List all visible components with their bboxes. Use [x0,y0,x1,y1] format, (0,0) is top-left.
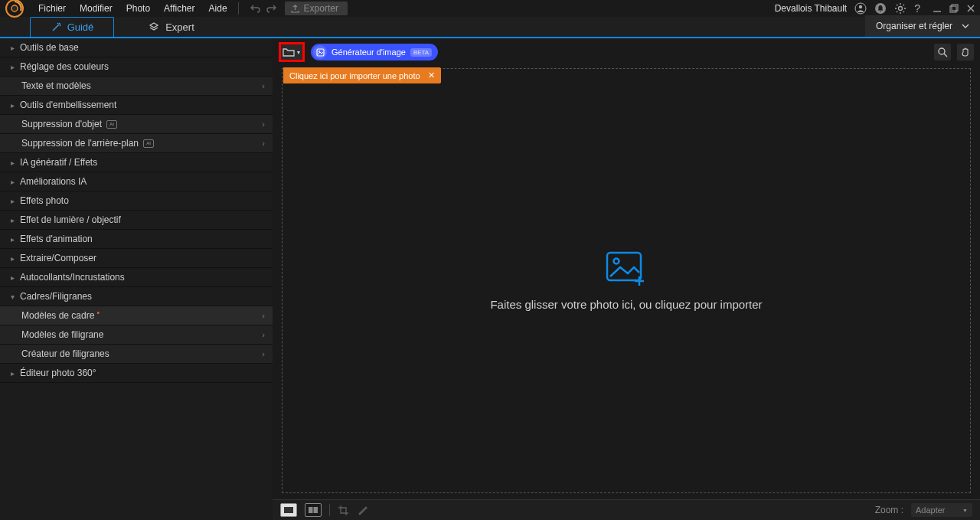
sidebar-label: Éditeur photo 360° [20,368,96,378]
chevron-right-icon: › [262,139,265,148]
organize-label: Organiser et régler [876,21,952,31]
sidebar-group-photo-effects[interactable]: ▸Effets photo [0,191,273,211]
ai-badge-icon: AI [143,139,154,148]
canvas-area: ▼ Générateur d'image BETA [273,38,980,520]
sidebar-sub-frame-templates[interactable]: Modèles de cadre•› [0,306,273,325]
mode-guided-tab[interactable]: Guidé [30,17,114,37]
menu-view[interactable]: Afficher [164,3,194,14]
chevron-right-icon: › [262,349,265,358]
chevron-down-icon [962,22,969,30]
open-folder-button[interactable]: ▼ [279,42,305,62]
separator [238,2,239,15]
crop-icon[interactable] [338,505,349,516]
chevron-right-icon: › [262,81,265,90]
sidebar-group-frames-watermarks[interactable]: ▾Cadres/Filigranes [0,287,273,306]
user-avatar-icon[interactable] [854,2,867,15]
svg-rect-13 [284,507,293,513]
chevron-right-icon: › [262,311,265,320]
sidebar-group-beautify[interactable]: ▸Outils d'embellissement [0,96,273,115]
triangle-right-icon: ▸ [11,235,17,244]
sidebar-group-extract-compose[interactable]: ▸Extraire/Composer [0,249,273,268]
import-image-icon [605,250,648,287]
pan-tool-button[interactable] [957,44,974,61]
sidebar-sub-bg-removal[interactable]: Suppression de l'arrière-planAI› [0,134,273,153]
image-generator-button[interactable]: Générateur d'image BETA [311,44,438,61]
export-button[interactable]: Exporter [285,2,348,15]
sidebar-label: Suppression de l'arrière-plan [21,138,139,149]
sidebar-label: Autocollants/Incrustations [20,272,125,283]
sidebar-label: Texte et modèles [21,80,91,91]
canvas-toolbar-right [934,44,974,61]
sidebar-label: Outils de base [20,42,79,53]
sidebar-sub-object-removal[interactable]: Suppression d'objetAI› [0,115,273,134]
sidebar-label: Effets d'animation [20,234,93,244]
triangle-right-icon: ▸ [11,101,17,110]
bottombar: Zoom : Adapter ▼ [273,499,980,520]
maximize-icon[interactable] [949,4,959,13]
separator [329,504,330,516]
new-indicator-icon: • [96,309,100,317]
sidebar-group-stickers[interactable]: ▸Autocollants/Incrustations [0,268,273,287]
zoom-tool-button[interactable] [934,44,951,61]
redo-icon[interactable] [266,3,277,14]
close-icon[interactable]: ✕ [428,70,435,80]
sidebar-label: Améliorations IA [20,176,87,187]
sidebar-group-ai-enhance[interactable]: ▸Améliorations IA [0,172,273,191]
sidebar-group-animation[interactable]: ▸Effets d'animation [0,230,273,249]
layout-single-button[interactable] [280,503,297,517]
svg-point-1 [11,5,18,11]
layout-split-button[interactable] [305,503,322,517]
sidebar-label: Outils d'embellissement [20,100,116,110]
export-icon [291,5,299,13]
window-controls [933,4,975,13]
sidebar-group-generative-ai[interactable]: ▸IA génératif / Effets [0,153,273,172]
menu-help[interactable]: Aide [209,3,227,14]
organize-button[interactable]: Organiser et régler [865,15,980,37]
menu-edit[interactable]: Modifier [80,3,113,14]
beta-badge: BETA [410,48,432,57]
svg-rect-7 [952,5,958,11]
help-icon[interactable]: ? [914,2,920,15]
minimize-icon[interactable] [933,4,942,13]
magnifier-icon [937,47,948,57]
notification-icon[interactable] [874,2,887,15]
drop-zone[interactable]: Faites glisser votre photo ici, ou cliqu… [282,68,971,493]
close-icon[interactable] [966,4,975,13]
sidebar-group-color-adjust[interactable]: ▸Réglage des couleurs [0,57,273,77]
triangle-right-icon: ▸ [11,63,17,71]
undo-icon[interactable] [250,3,260,14]
sidebar-label: Extraire/Composer [20,253,96,263]
brush-icon[interactable] [357,505,368,516]
zoom-select[interactable]: Adapter ▼ [911,503,972,517]
sidebar-label: Cadres/Filigranes [20,291,92,302]
sidebar-label: IA génératif / Effets [20,157,97,168]
sidebar-group-360-editor[interactable]: ▸Éditeur photo 360° [0,364,273,383]
sidebar-label: Réglage des couleurs [20,61,109,72]
user-name[interactable]: Devallois Thibault [775,3,848,14]
folder-icon [283,47,295,57]
sidebar-group-light-lens[interactable]: ▸Effet de lumière / objectif [0,211,273,230]
menu-file[interactable]: Fichier [38,3,66,14]
settings-icon[interactable] [894,2,906,15]
canvas-toolbar: ▼ Générateur d'image BETA [273,41,980,64]
menubar: Fichier Modifier Photo Afficher Aide Exp… [0,0,980,17]
menu-photo[interactable]: Photo [126,3,150,14]
ai-badge-icon: AI [106,120,117,129]
svg-rect-14 [309,507,313,513]
triangle-right-icon: ▸ [11,254,17,263]
menu-items: Fichier Modifier Photo Afficher Aide [38,3,227,14]
sidebar-sub-text-templates[interactable]: Texte et modèles› [0,77,273,96]
chevron-right-icon: › [262,119,265,129]
sidebar-label: Modèles de filigrane [21,329,103,340]
layers-icon [149,21,159,32]
sidebar: ▸Outils de base ▸Réglage des couleurs Te… [0,38,273,520]
hand-icon [960,47,971,57]
mode-expert-tab[interactable]: Expert [129,17,214,37]
menubar-right: Devallois Thibault ? [775,2,975,15]
sidebar-label: Effet de lumière / objectif [20,214,121,225]
zoom-label: Zoom : [875,505,903,515]
sidebar-sub-watermark-creator[interactable]: Créateur de filigranes› [0,345,273,364]
sidebar-group-basic-tools[interactable]: ▸Outils de base [0,38,273,57]
svg-point-5 [899,7,903,11]
sidebar-sub-watermark-templates[interactable]: Modèles de filigrane› [0,325,273,345]
